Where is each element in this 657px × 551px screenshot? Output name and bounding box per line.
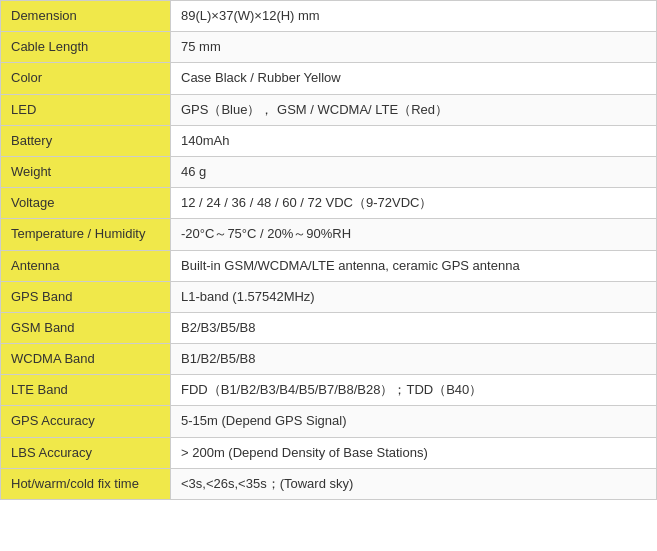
table-row: LEDGPS（Blue）， GSM / WCDMA/ LTE（Red） (1, 94, 657, 125)
table-row: Voltage12 / 24 / 36 / 48 / 60 / 72 VDC（9… (1, 188, 657, 219)
spec-value: 12 / 24 / 36 / 48 / 60 / 72 VDC（9-72VDC） (171, 188, 657, 219)
table-row: LBS Accuracy> 200m (Depend Density of Ba… (1, 437, 657, 468)
spec-label: LTE Band (1, 375, 171, 406)
table-row: GSM BandB2/B3/B5/B8 (1, 312, 657, 343)
table-row: GPS Accuracy5-15m (Depend GPS Signal) (1, 406, 657, 437)
spec-label: Color (1, 63, 171, 94)
spec-label: Battery (1, 125, 171, 156)
spec-label: WCDMA Band (1, 344, 171, 375)
table-row: GPS BandL1-band (1.57542MHz) (1, 281, 657, 312)
spec-label: Hot/warm/cold fix time (1, 468, 171, 499)
table-row: WCDMA BandB1/B2/B5/B8 (1, 344, 657, 375)
table-row: ColorCase Black / Rubber Yellow (1, 63, 657, 94)
table-row: Weight46 g (1, 156, 657, 187)
spec-label: GPS Accuracy (1, 406, 171, 437)
specs-table: Demension89(L)×37(W)×12(H) mmCable Lengt… (0, 0, 657, 500)
spec-value: FDD（B1/B2/B3/B4/B5/B7/B8/B28）；TDD（B40） (171, 375, 657, 406)
spec-label: Voltage (1, 188, 171, 219)
table-row: LTE BandFDD（B1/B2/B3/B4/B5/B7/B8/B28）；TD… (1, 375, 657, 406)
spec-label: GSM Band (1, 312, 171, 343)
spec-value: 140mAh (171, 125, 657, 156)
spec-value: 89(L)×37(W)×12(H) mm (171, 1, 657, 32)
spec-value: -20°C～75°C / 20%～90%RH (171, 219, 657, 250)
spec-label: Temperature / Humidity (1, 219, 171, 250)
spec-value: L1-band (1.57542MHz) (171, 281, 657, 312)
table-row: Battery140mAh (1, 125, 657, 156)
table-row: Cable Length75 mm (1, 32, 657, 63)
spec-value: GPS（Blue）， GSM / WCDMA/ LTE（Red） (171, 94, 657, 125)
spec-value: Built-in GSM/WCDMA/LTE antenna, ceramic … (171, 250, 657, 281)
spec-value: Case Black / Rubber Yellow (171, 63, 657, 94)
spec-value: 75 mm (171, 32, 657, 63)
spec-value: <3s,<26s,<35s；(Toward sky) (171, 468, 657, 499)
spec-value: > 200m (Depend Density of Base Stations) (171, 437, 657, 468)
spec-value: 5-15m (Depend GPS Signal) (171, 406, 657, 437)
table-row: Hot/warm/cold fix time<3s,<26s,<35s；(Tow… (1, 468, 657, 499)
table-row: AntennaBuilt-in GSM/WCDMA/LTE antenna, c… (1, 250, 657, 281)
spec-label: Antenna (1, 250, 171, 281)
spec-value: B2/B3/B5/B8 (171, 312, 657, 343)
table-row: Temperature / Humidity-20°C～75°C / 20%～9… (1, 219, 657, 250)
spec-label: Demension (1, 1, 171, 32)
spec-label: Cable Length (1, 32, 171, 63)
spec-value: 46 g (171, 156, 657, 187)
spec-value: B1/B2/B5/B8 (171, 344, 657, 375)
spec-label: GPS Band (1, 281, 171, 312)
spec-label: LED (1, 94, 171, 125)
table-row: Demension89(L)×37(W)×12(H) mm (1, 1, 657, 32)
spec-label: Weight (1, 156, 171, 187)
spec-label: LBS Accuracy (1, 437, 171, 468)
